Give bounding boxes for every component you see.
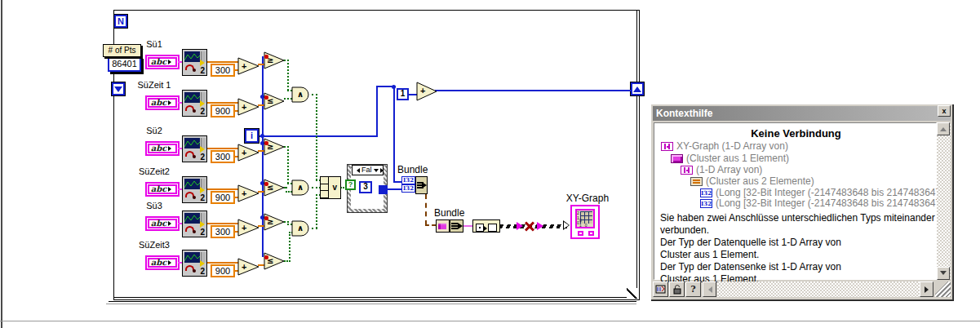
case-constant[interactable]: 3 [359,181,372,193]
loop-resize-corner[interactable] [627,288,637,299]
string-control[interactable]: abc [145,95,180,110]
numeric-constant[interactable]: 300 [211,150,235,163]
wire [207,148,238,149]
and-function[interactable]: ∧ [291,220,312,237]
plus-symbol: + [242,103,246,112]
numeric-constant[interactable]: 300 [211,64,235,77]
abc-glyph: abc [151,144,167,153]
string-control-label: Sü2 [127,126,181,135]
resize-grip[interactable] [935,281,951,297]
wire-junction [392,85,396,89]
plus-symbol: + [242,263,246,272]
array-icon [488,224,497,232]
and-function[interactable]: ∧ [291,180,312,196]
shift-register-left[interactable] [112,82,125,95]
loop-iteration-terminal[interactable]: i [245,129,259,143]
help-text-line: Der Typ der Datensenke ist 1-D Array von [660,261,841,273]
waveform-icon [184,92,200,103]
scan-vi-node[interactable]: 2 [182,250,207,277]
case-selector[interactable]: Fal [352,165,384,175]
case-tunnel[interactable] [379,185,388,194]
add-function[interactable] [416,82,437,101]
or-symbol: v [332,183,337,192]
bool-wire [287,146,289,184]
arrow-right-icon[interactable] [380,168,386,173]
window-left-edge [1,0,2,328]
scan-vi-node[interactable]: 2 [182,211,207,237]
cluster-wire [425,224,436,226]
and-symbol: ∧ [297,90,304,99]
scan-vi-node[interactable]: 2 [182,176,207,203]
shift-register-right[interactable] [631,82,644,95]
bool-wire [289,232,290,262]
horizontal-scrollbar[interactable] [717,281,920,297]
iteration-wire [258,135,377,137]
close-button[interactable]: x [938,105,951,117]
window-titlebar[interactable]: Kontexthilfe [653,106,951,121]
loop-count-terminal[interactable]: N [114,15,127,28]
toggle-detailed-help-button[interactable] [653,281,668,297]
abc-glyph: abc [151,185,167,193]
build-array-function[interactable] [472,219,500,233]
string-control[interactable]: abc [145,182,180,197]
points-constant-label: # of Pts [103,44,141,57]
dot-icon [193,196,196,199]
string-arrow-icon [168,260,174,265]
vertical-scrollbar[interactable] [937,122,951,280]
and-function[interactable]: ∧ [291,86,312,103]
scan-vi-node[interactable]: 2 [182,135,207,162]
scroll-down-button[interactable] [937,267,950,280]
type-tree-row: (1-D Array von) [681,164,762,175]
iteration-wire [376,87,378,137]
string-arrow-icon [168,146,174,151]
lock-help-button[interactable] [669,281,685,297]
string-arrow-icon [168,100,174,105]
numeric-constant[interactable]: 900 [211,264,235,277]
help-heading: Keine Verbindung [654,127,938,140]
question-icon: ? [690,284,695,295]
scroll-up-button[interactable] [937,122,950,135]
abc-glyph: abc [151,99,167,107]
labview-block-diagram: N # of Pts 86401 i 1 + Sü1 abc 2 300 [0,0,980,328]
cluster-wire [425,194,427,225]
string-control[interactable]: abc [145,141,180,156]
string-control[interactable]: abc [145,255,180,270]
type-tree-row: I32(Long [32-Bit Integer (-2147483648 bi… [700,197,951,209]
scroll-left-button[interactable] [703,281,716,297]
help-text-line: Der Typ der Datenquelle ist 1-D Array vo… [660,237,841,248]
arrow-right-icon [925,286,932,293]
array-type-icon [681,166,693,175]
case-condition-terminal[interactable]: ? [345,180,356,190]
broken-wire[interactable] [500,224,567,228]
numeric-constant[interactable]: 900 [211,104,235,117]
numeric-constant[interactable]: 300 [211,225,235,238]
increment-out-wire [435,90,632,91]
type-tree-row: I32(Long [32-Bit Integer (-2147483648 bi… [700,187,951,198]
abc-glyph: abc [151,259,167,267]
string-control-label: Sü3 [127,201,181,211]
cluster-input-icon [436,219,450,233]
coercion-dot [264,95,268,100]
arrow-left-icon [705,286,712,293]
scroll-right-button[interactable] [920,281,933,297]
scan-vi-node[interactable]: 2 [182,90,207,117]
increment-constant[interactable]: 1 [397,88,409,100]
coercion-dot [264,141,268,145]
online-help-button[interactable]: ? [685,281,701,297]
bundle-function[interactable]: I32I32 [401,176,428,194]
arrow-left-icon[interactable] [354,168,360,173]
points-constant[interactable]: 86401 [108,56,141,72]
chevron-down-icon[interactable] [374,169,379,175]
cluster-type-icon [671,154,683,163]
type-tree-row: (Cluster aus 1 Element) [671,153,789,164]
i32-type-icon: I32 [700,188,712,197]
array-type-icon [661,142,673,151]
scan-vi-node[interactable]: 2 [182,49,207,76]
wire [207,61,238,63]
xy-graph-terminal[interactable]: 210 0 10 [570,205,600,239]
string-control[interactable]: abc [145,55,180,69]
bundle-function[interactable] [436,219,463,233]
numeric-constant[interactable]: 900 [211,191,235,204]
string-control[interactable]: abc [145,216,180,231]
compound-or-function[interactable]: v [320,176,341,199]
